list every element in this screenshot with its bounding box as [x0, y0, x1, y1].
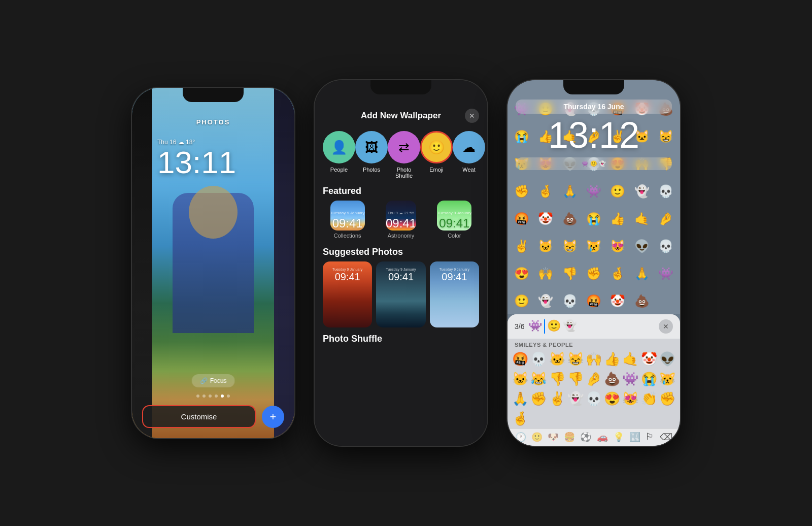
- focus-pill: 🔗 Focus: [192, 374, 235, 387]
- cat-activities[interactable]: ⚽: [580, 432, 591, 443]
- lock-clock: 13:12: [516, 117, 672, 153]
- emoji-item[interactable]: 👻: [567, 389, 584, 408]
- photos-icon-circle: 🖼: [355, 131, 388, 163]
- time-area: Thu 16 ☁ 18° 13:11: [157, 139, 269, 178]
- photo-shuffle-icon-item[interactable]: ⇄ Photo Shuffle: [388, 131, 420, 179]
- lock-widget: 👾 🙂 👻: [516, 157, 672, 170]
- wallpaper-type-icons: 👤 People 🖼 Photos ⇄ Photo Shuffle 🙂 Emoj…: [315, 126, 487, 182]
- photos-icon-item[interactable]: 🖼 Photos: [355, 131, 388, 179]
- cat-symbols[interactable]: 🔣: [629, 432, 640, 443]
- emoji-item[interactable]: 😍: [603, 389, 621, 408]
- cursor-divider: [544, 319, 545, 334]
- notch-1: [183, 88, 244, 102]
- emoji-item[interactable]: 🤡: [640, 350, 658, 369]
- cat-food[interactable]: 🍔: [564, 432, 575, 443]
- emoji-item[interactable]: 🤞: [512, 409, 529, 428]
- emoji-item[interactable]: 😿: [659, 370, 676, 388]
- focus-icon: 🔗: [200, 377, 208, 384]
- suggested-thumb-1[interactable]: Tuesday 9 January 09:41: [323, 261, 372, 327]
- emoji-item[interactable]: 🤬: [512, 350, 529, 369]
- dot-4: [215, 394, 218, 398]
- people-icon-circle: 👤: [323, 131, 355, 163]
- emoji-icon-circle: 🙂: [420, 131, 453, 163]
- picker-category-bar: 🕐 🙂 🐶 🍔 ⚽ 🚗 💡 🔣 🏳 ⌫: [507, 428, 680, 446]
- emoji-item[interactable]: 💀: [585, 389, 602, 408]
- cat-smileys[interactable]: 🙂: [531, 432, 543, 443]
- cat-recents[interactable]: 🕐: [515, 432, 526, 443]
- emoji-item[interactable]: 🐱: [548, 350, 565, 369]
- emoji-item[interactable]: 🐱: [512, 370, 529, 388]
- cat-animals[interactable]: 🐶: [548, 432, 559, 443]
- emoji-item[interactable]: ✊: [530, 389, 547, 408]
- suggested-thumb-3[interactable]: Tuesday 9 January 09:41: [430, 261, 479, 327]
- emoji-item[interactable]: 🤙: [622, 350, 639, 369]
- collections-clock: 09:41: [332, 216, 363, 231]
- picker-top-bar: 3/6 👾 🙂 👻 ✕: [507, 314, 680, 339]
- dot-1: [196, 394, 199, 398]
- suggested-section-title: Suggested Photos: [315, 243, 487, 261]
- suggested-grid: Tuesday 9 January 09:41 Tuesday 9 Januar…: [315, 261, 487, 330]
- weather-icon-item[interactable]: ☁ Weat: [453, 131, 485, 179]
- lock-date-pill: Thursday 16 June: [516, 100, 672, 114]
- color-thumb[interactable]: Tuesday 9 January 09:41: [437, 201, 471, 231]
- featured-section-title: Featured: [315, 182, 487, 201]
- bottom-bar: Customise +: [142, 405, 284, 428]
- astronomy-clock: 09:41: [386, 216, 416, 231]
- cat-travel[interactable]: 🚗: [597, 432, 608, 443]
- emoji-item[interactable]: 💩: [603, 370, 621, 388]
- modal-title: Add New Wallpaper: [361, 111, 441, 121]
- emoji-item[interactable]: 👾: [622, 370, 639, 388]
- emoji-label: Emoji: [429, 167, 444, 173]
- dot-5: [221, 394, 224, 398]
- add-button[interactable]: +: [262, 406, 284, 428]
- color-time: Tuesday 9 January: [437, 211, 471, 215]
- focus-label: Focus: [210, 377, 227, 384]
- emoji-picker: 3/6 👾 🙂 👻 ✕ SMILEYS & PEOPLE 🤬 💀 🐱 😸: [507, 314, 680, 446]
- emoji-item[interactable]: 😸: [567, 350, 584, 369]
- sg-time-3: Tuesday 9 January: [439, 268, 469, 271]
- astronomy-thumb[interactable]: Thu 9 ☁ 21:55 09:41: [386, 201, 416, 231]
- phone-1: PHOTOS Thu 16 ☁ 18° 13:11 🔗 Focus Custom…: [132, 88, 294, 438]
- lock-screen-overlay: Thursday 16 June 13:12 👾 🙂 👻: [507, 95, 680, 174]
- emoji-item[interactable]: 👽: [659, 350, 676, 369]
- emoji-item[interactable]: 👍: [603, 350, 621, 369]
- selected-emoji-2: 🙂: [547, 319, 561, 334]
- color-clock: 09:41: [439, 216, 469, 231]
- sg-clock-3: 09:41: [442, 271, 467, 283]
- emoji-item[interactable]: 😻: [622, 389, 639, 408]
- delete-button[interactable]: ⌫: [660, 432, 672, 443]
- suggested-thumb-2[interactable]: Tuesday 9 January 09:41: [376, 261, 425, 327]
- customise-button[interactable]: Customise: [142, 405, 256, 428]
- sg-clock-2: 09:41: [388, 271, 414, 283]
- dot-2: [202, 394, 206, 398]
- emoji-item[interactable]: 💀: [530, 350, 547, 369]
- cat-objects[interactable]: 💡: [613, 432, 624, 443]
- dot-3: [209, 394, 212, 398]
- emoji-item[interactable]: 🙏: [512, 389, 529, 408]
- astronomy-time: Thu 9 ☁ 21:55: [388, 211, 415, 215]
- emoji-item[interactable]: 😹: [530, 370, 547, 388]
- emoji-picker-grid[interactable]: 🤬 💀 🐱 😸 🙌 👍 🤙 🤡 👽 🐱 😹 👎 👎 🤌 💩 👾: [507, 350, 680, 428]
- emoji-item[interactable]: 🤌: [585, 370, 602, 388]
- notch-2: [370, 80, 431, 94]
- people-icon-item[interactable]: 👤 People: [323, 131, 355, 179]
- emoji-item[interactable]: 👎: [567, 370, 584, 388]
- emoji-item[interactable]: 👎: [548, 370, 565, 388]
- picker-close-button[interactable]: ✕: [659, 319, 673, 334]
- modal-close-button[interactable]: ✕: [465, 109, 479, 123]
- photos-label: Photos: [363, 167, 380, 173]
- lock-time: 13:11: [157, 147, 269, 178]
- selected-emoji-3: 👻: [563, 319, 577, 334]
- phone-3: 👾🙂👻💀🤬🤡💩😭👍🤙🤌✌🐱😸😿😻👽💀😍🙌👎✊🤞🙏👾🙂👻💀🤬🤡💩😭👍🤙🤌✌🐱😸😿😻…: [507, 80, 680, 446]
- cat-flags[interactable]: 🏳: [646, 432, 655, 443]
- emoji-item[interactable]: ✊: [659, 389, 676, 408]
- emoji-item[interactable]: 😭: [640, 370, 658, 388]
- collections-thumb[interactable]: Tuesday 9 January 09:41: [330, 201, 365, 231]
- emoji-icon-item[interactable]: 🙂 Emoji: [420, 131, 453, 179]
- dot-6: [227, 394, 230, 398]
- emoji-item[interactable]: ✌: [548, 389, 565, 408]
- emoji-item[interactable]: 🙌: [585, 350, 602, 369]
- emoji-item[interactable]: 👏: [640, 389, 658, 408]
- emoji-count: 3/6: [515, 322, 524, 331]
- weather-label: Weat: [462, 167, 475, 173]
